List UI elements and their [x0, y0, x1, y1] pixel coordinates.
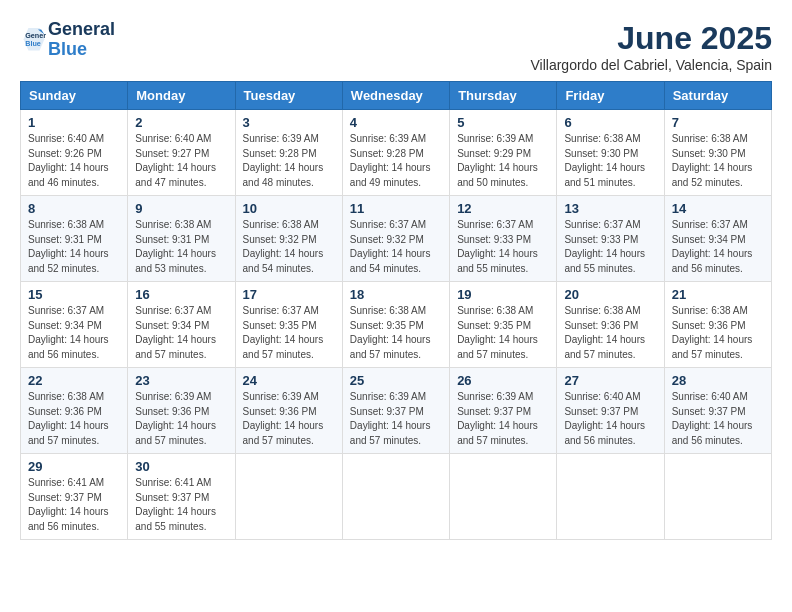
day-info: Sunrise: 6:38 AM Sunset: 9:31 PM Dayligh…: [28, 218, 120, 276]
calendar-week-2: 8 Sunrise: 6:38 AM Sunset: 9:31 PM Dayli…: [21, 196, 772, 282]
weekday-header-monday: Monday: [128, 82, 235, 110]
weekday-header-thursday: Thursday: [450, 82, 557, 110]
logo-general: General: [48, 20, 115, 40]
day-info: Sunrise: 6:37 AM Sunset: 9:33 PM Dayligh…: [457, 218, 549, 276]
day-number: 1: [28, 115, 120, 130]
day-number: 19: [457, 287, 549, 302]
weekday-header-friday: Friday: [557, 82, 664, 110]
calendar-week-4: 22 Sunrise: 6:38 AM Sunset: 9:36 PM Dayl…: [21, 368, 772, 454]
day-number: 8: [28, 201, 120, 216]
day-info: Sunrise: 6:39 AM Sunset: 9:36 PM Dayligh…: [135, 390, 227, 448]
day-info: Sunrise: 6:38 AM Sunset: 9:35 PM Dayligh…: [350, 304, 442, 362]
calendar-cell: 26 Sunrise: 6:39 AM Sunset: 9:37 PM Dayl…: [450, 368, 557, 454]
day-info: Sunrise: 6:39 AM Sunset: 9:36 PM Dayligh…: [243, 390, 335, 448]
calendar-cell: 16 Sunrise: 6:37 AM Sunset: 9:34 PM Dayl…: [128, 282, 235, 368]
calendar-week-3: 15 Sunrise: 6:37 AM Sunset: 9:34 PM Dayl…: [21, 282, 772, 368]
logo: General Blue General Blue: [20, 20, 115, 60]
calendar-cell: 11 Sunrise: 6:37 AM Sunset: 9:32 PM Dayl…: [342, 196, 449, 282]
logo-icon: General Blue: [22, 26, 46, 54]
day-info: Sunrise: 6:37 AM Sunset: 9:33 PM Dayligh…: [564, 218, 656, 276]
day-info: Sunrise: 6:41 AM Sunset: 9:37 PM Dayligh…: [135, 476, 227, 534]
weekday-header-sunday: Sunday: [21, 82, 128, 110]
calendar-week-1: 1 Sunrise: 6:40 AM Sunset: 9:26 PM Dayli…: [21, 110, 772, 196]
day-number: 7: [672, 115, 764, 130]
calendar-cell: 9 Sunrise: 6:38 AM Sunset: 9:31 PM Dayli…: [128, 196, 235, 282]
day-number: 16: [135, 287, 227, 302]
svg-text:Blue: Blue: [25, 39, 41, 48]
svg-text:General: General: [25, 30, 46, 39]
weekday-header-wednesday: Wednesday: [342, 82, 449, 110]
day-info: Sunrise: 6:39 AM Sunset: 9:37 PM Dayligh…: [350, 390, 442, 448]
day-number: 25: [350, 373, 442, 388]
day-number: 6: [564, 115, 656, 130]
calendar-cell: 17 Sunrise: 6:37 AM Sunset: 9:35 PM Dayl…: [235, 282, 342, 368]
calendar-cell: 20 Sunrise: 6:38 AM Sunset: 9:36 PM Dayl…: [557, 282, 664, 368]
page-header: General Blue General Blue June 2025 Vill…: [20, 20, 772, 73]
day-number: 23: [135, 373, 227, 388]
calendar-cell: 4 Sunrise: 6:39 AM Sunset: 9:28 PM Dayli…: [342, 110, 449, 196]
day-info: Sunrise: 6:38 AM Sunset: 9:36 PM Dayligh…: [28, 390, 120, 448]
title-section: June 2025 Villargordo del Cabriel, Valen…: [530, 20, 772, 73]
day-info: Sunrise: 6:40 AM Sunset: 9:37 PM Dayligh…: [672, 390, 764, 448]
day-number: 4: [350, 115, 442, 130]
calendar-cell: 7 Sunrise: 6:38 AM Sunset: 9:30 PM Dayli…: [664, 110, 771, 196]
day-number: 26: [457, 373, 549, 388]
day-number: 12: [457, 201, 549, 216]
calendar-cell: [557, 454, 664, 540]
day-number: 14: [672, 201, 764, 216]
day-info: Sunrise: 6:40 AM Sunset: 9:37 PM Dayligh…: [564, 390, 656, 448]
calendar-cell: 21 Sunrise: 6:38 AM Sunset: 9:36 PM Dayl…: [664, 282, 771, 368]
day-info: Sunrise: 6:38 AM Sunset: 9:35 PM Dayligh…: [457, 304, 549, 362]
calendar-cell: 23 Sunrise: 6:39 AM Sunset: 9:36 PM Dayl…: [128, 368, 235, 454]
calendar-cell: 28 Sunrise: 6:40 AM Sunset: 9:37 PM Dayl…: [664, 368, 771, 454]
calendar-cell: 3 Sunrise: 6:39 AM Sunset: 9:28 PM Dayli…: [235, 110, 342, 196]
calendar-cell: 2 Sunrise: 6:40 AM Sunset: 9:27 PM Dayli…: [128, 110, 235, 196]
calendar-cell: [235, 454, 342, 540]
day-info: Sunrise: 6:38 AM Sunset: 9:32 PM Dayligh…: [243, 218, 335, 276]
calendar-cell: 6 Sunrise: 6:38 AM Sunset: 9:30 PM Dayli…: [557, 110, 664, 196]
calendar-cell: [342, 454, 449, 540]
day-info: Sunrise: 6:40 AM Sunset: 9:27 PM Dayligh…: [135, 132, 227, 190]
calendar-cell: 15 Sunrise: 6:37 AM Sunset: 9:34 PM Dayl…: [21, 282, 128, 368]
calendar-cell: 12 Sunrise: 6:37 AM Sunset: 9:33 PM Dayl…: [450, 196, 557, 282]
day-number: 20: [564, 287, 656, 302]
day-info: Sunrise: 6:38 AM Sunset: 9:30 PM Dayligh…: [672, 132, 764, 190]
calendar-cell: 5 Sunrise: 6:39 AM Sunset: 9:29 PM Dayli…: [450, 110, 557, 196]
day-info: Sunrise: 6:39 AM Sunset: 9:28 PM Dayligh…: [350, 132, 442, 190]
weekday-header-tuesday: Tuesday: [235, 82, 342, 110]
weekday-header-row: SundayMondayTuesdayWednesdayThursdayFrid…: [21, 82, 772, 110]
calendar-cell: [664, 454, 771, 540]
day-number: 5: [457, 115, 549, 130]
location-title: Villargordo del Cabriel, Valencia, Spain: [530, 57, 772, 73]
day-info: Sunrise: 6:37 AM Sunset: 9:34 PM Dayligh…: [28, 304, 120, 362]
day-number: 13: [564, 201, 656, 216]
day-info: Sunrise: 6:39 AM Sunset: 9:29 PM Dayligh…: [457, 132, 549, 190]
day-info: Sunrise: 6:38 AM Sunset: 9:36 PM Dayligh…: [564, 304, 656, 362]
logo-blue: Blue: [48, 40, 115, 60]
calendar-cell: 13 Sunrise: 6:37 AM Sunset: 9:33 PM Dayl…: [557, 196, 664, 282]
day-info: Sunrise: 6:37 AM Sunset: 9:32 PM Dayligh…: [350, 218, 442, 276]
day-number: 17: [243, 287, 335, 302]
day-info: Sunrise: 6:38 AM Sunset: 9:31 PM Dayligh…: [135, 218, 227, 276]
calendar-cell: 14 Sunrise: 6:37 AM Sunset: 9:34 PM Dayl…: [664, 196, 771, 282]
calendar-cell: 27 Sunrise: 6:40 AM Sunset: 9:37 PM Dayl…: [557, 368, 664, 454]
day-number: 18: [350, 287, 442, 302]
calendar-table: SundayMondayTuesdayWednesdayThursdayFrid…: [20, 81, 772, 540]
day-number: 11: [350, 201, 442, 216]
calendar-cell: 22 Sunrise: 6:38 AM Sunset: 9:36 PM Dayl…: [21, 368, 128, 454]
day-info: Sunrise: 6:41 AM Sunset: 9:37 PM Dayligh…: [28, 476, 120, 534]
day-number: 15: [28, 287, 120, 302]
calendar-cell: 10 Sunrise: 6:38 AM Sunset: 9:32 PM Dayl…: [235, 196, 342, 282]
day-info: Sunrise: 6:37 AM Sunset: 9:34 PM Dayligh…: [672, 218, 764, 276]
day-info: Sunrise: 6:39 AM Sunset: 9:28 PM Dayligh…: [243, 132, 335, 190]
calendar-week-5: 29 Sunrise: 6:41 AM Sunset: 9:37 PM Dayl…: [21, 454, 772, 540]
day-number: 21: [672, 287, 764, 302]
month-title: June 2025: [530, 20, 772, 57]
weekday-header-saturday: Saturday: [664, 82, 771, 110]
day-info: Sunrise: 6:40 AM Sunset: 9:26 PM Dayligh…: [28, 132, 120, 190]
day-info: Sunrise: 6:37 AM Sunset: 9:34 PM Dayligh…: [135, 304, 227, 362]
day-number: 10: [243, 201, 335, 216]
day-number: 2: [135, 115, 227, 130]
day-number: 30: [135, 459, 227, 474]
day-info: Sunrise: 6:38 AM Sunset: 9:30 PM Dayligh…: [564, 132, 656, 190]
